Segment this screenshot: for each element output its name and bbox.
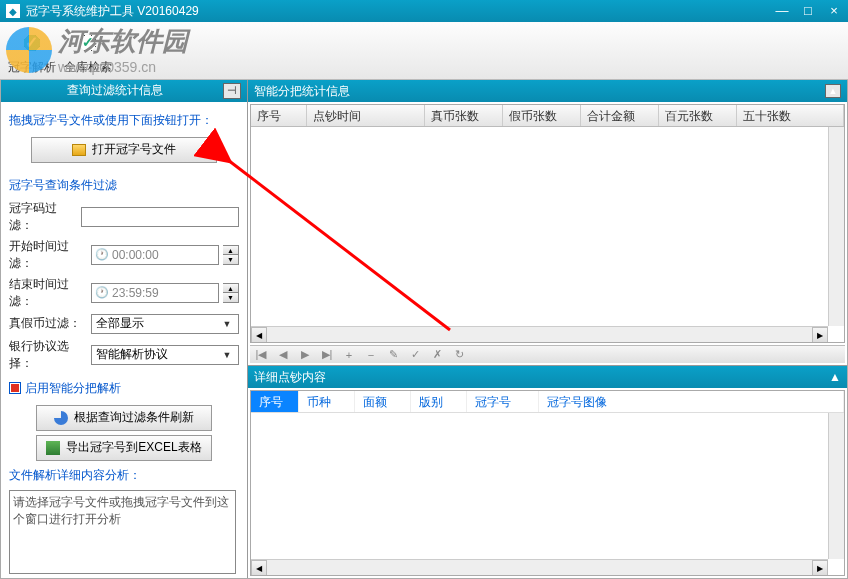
toolbar-search-button[interactable]: 全库检索 xyxy=(60,29,116,79)
end-time-spinner[interactable]: ▲▼ xyxy=(223,283,239,303)
close-button[interactable]: × xyxy=(826,4,842,18)
window-title: 冠字号系统维护工具 V20160429 xyxy=(26,3,774,20)
left-panel-header: 查询过滤统计信息 ⊣ xyxy=(1,80,247,102)
detail-panel: 详细点钞内容 ▲ 序号 币种 面额 版别 冠字号 冠字号图像 ◀ ▶ xyxy=(248,366,847,578)
folder-open-icon xyxy=(72,144,86,156)
toolbar-parse-button[interactable]: 冠字解析 xyxy=(4,29,60,79)
refresh-button[interactable]: 根据查询过滤条件刷新 xyxy=(36,405,212,431)
nav-prev[interactable]: ◀ xyxy=(272,348,294,361)
start-time-input[interactable]: 🕐00:00:00 xyxy=(91,245,219,265)
code-filter-label: 冠字码过滤： xyxy=(9,200,77,234)
scroll-right-button[interactable]: ▶ xyxy=(812,327,828,343)
detail-textarea[interactable] xyxy=(9,490,236,574)
record-navigator: |◀ ◀ ▶ ▶| + − ✎ ✓ ✗ ↻ xyxy=(250,345,845,363)
scroll-left-button[interactable]: ◀ xyxy=(251,560,267,576)
open-file-button[interactable]: 打开冠字号文件 xyxy=(31,137,217,163)
nav-ok[interactable]: ✓ xyxy=(404,348,426,361)
toolbar-parse-label: 冠字解析 xyxy=(4,59,60,76)
stats-grid[interactable]: 序号 点钞时间 真币张数 假币张数 合计金额 百元张数 五十张数 ◀ ▶ xyxy=(250,104,845,343)
drag-hint: 拖拽冠字号文件或使用下面按钮打开： xyxy=(9,112,239,129)
stats-grid-header: 序号 点钞时间 真币张数 假币张数 合计金额 百元张数 五十张数 xyxy=(251,105,844,127)
horizontal-scrollbar[interactable]: ◀ ▶ xyxy=(251,559,828,575)
bank-protocol-select[interactable]: 智能解析协议 ▼ xyxy=(91,345,239,365)
toolbar-search-label: 全库检索 xyxy=(60,59,116,76)
left-panel: 查询过滤统计信息 ⊣ 拖拽冠字号文件或使用下面按钮打开： 打开冠字号文件 冠字号… xyxy=(1,80,248,578)
vertical-scrollbar[interactable] xyxy=(828,127,844,326)
minimize-button[interactable]: — xyxy=(774,4,790,18)
dcol-version[interactable]: 版别 xyxy=(411,391,467,412)
real-filter-select[interactable]: 全部显示 ▼ xyxy=(91,314,239,334)
clock-icon: 🕐 xyxy=(95,286,109,299)
detail-section-title: 文件解析详细内容分析： xyxy=(9,467,239,484)
detail-grid[interactable]: 序号 币种 面额 版别 冠字号 冠字号图像 ◀ ▶ xyxy=(250,390,845,576)
search-icon xyxy=(74,29,102,57)
collapse-button[interactable]: ▲ xyxy=(829,370,841,384)
real-filter-label: 真假币过滤： xyxy=(9,315,87,332)
maximize-button[interactable]: □ xyxy=(800,4,816,18)
export-label: 导出冠字号到EXCEL表格 xyxy=(66,439,201,456)
nav-edit[interactable]: ✎ xyxy=(382,348,404,361)
left-panel-title: 查询过滤统计信息 xyxy=(7,82,223,99)
scroll-right-button[interactable]: ▶ xyxy=(812,560,828,576)
nav-del[interactable]: − xyxy=(360,349,382,361)
end-time-label: 结束时间过滤： xyxy=(9,276,87,310)
dcol-denom[interactable]: 面额 xyxy=(355,391,411,412)
col-fake[interactable]: 假币张数 xyxy=(503,105,581,126)
nav-refresh[interactable]: ↻ xyxy=(448,348,470,361)
refresh-icon xyxy=(54,411,68,425)
stats-panel-header: 智能分把统计信息 ▲ xyxy=(248,80,847,102)
chevron-down-icon: ▼ xyxy=(220,319,234,329)
start-time-spinner[interactable]: ▲▼ xyxy=(223,245,239,265)
dcol-image[interactable]: 冠字号图像 xyxy=(539,391,844,412)
open-file-label: 打开冠字号文件 xyxy=(92,141,176,158)
chevron-down-icon: ▼ xyxy=(220,350,234,360)
nav-cancel[interactable]: ✗ xyxy=(426,348,448,361)
scroll-left-button[interactable]: ◀ xyxy=(251,327,267,343)
col-fifty[interactable]: 五十张数 xyxy=(737,105,844,126)
export-excel-button[interactable]: 导出冠字号到EXCEL表格 xyxy=(36,435,212,461)
nav-last[interactable]: ▶| xyxy=(316,348,338,361)
dcol-currency[interactable]: 币种 xyxy=(299,391,355,412)
nav-next[interactable]: ▶ xyxy=(294,348,316,361)
stats-panel: 智能分把统计信息 ▲ 序号 点钞时间 真币张数 假币张数 合计金额 百元张数 五… xyxy=(248,80,847,366)
horizontal-scrollbar[interactable]: ◀ ▶ xyxy=(251,326,828,342)
bank-protocol-label: 银行协议选择： xyxy=(9,338,87,372)
end-time-input[interactable]: 🕐23:59:59 xyxy=(91,283,219,303)
filter-section-title: 冠字号查询条件过滤 xyxy=(9,177,239,194)
col-time[interactable]: 点钞时间 xyxy=(307,105,425,126)
excel-icon xyxy=(46,441,60,455)
nav-add[interactable]: + xyxy=(338,349,360,361)
pin-button[interactable]: ⊣ xyxy=(223,83,241,99)
refresh-label: 根据查询过滤条件刷新 xyxy=(74,409,194,426)
window-title-bar: ◆ 冠字号系统维护工具 V20160429 — □ × xyxy=(0,0,848,22)
vertical-scrollbar[interactable] xyxy=(828,413,844,559)
detail-panel-title: 详细点钞内容 xyxy=(254,369,326,386)
nav-first[interactable]: |◀ xyxy=(250,348,272,361)
col-total[interactable]: 合计金额 xyxy=(581,105,659,126)
stats-panel-title: 智能分把统计信息 xyxy=(254,83,350,100)
clock-icon: 🕐 xyxy=(95,248,109,261)
detail-grid-header: 序号 币种 面额 版别 冠字号 冠字号图像 xyxy=(251,391,844,413)
detail-panel-header: 详细点钞内容 ▲ xyxy=(248,366,847,388)
col-real[interactable]: 真币张数 xyxy=(425,105,503,126)
dcol-index[interactable]: 序号 xyxy=(251,391,299,412)
dcol-serial[interactable]: 冠字号 xyxy=(467,391,539,412)
parse-icon xyxy=(18,29,46,57)
smart-parse-label: 启用智能分把解析 xyxy=(25,380,121,397)
collapse-button[interactable]: ▲ xyxy=(825,84,841,98)
col-index[interactable]: 序号 xyxy=(251,105,307,126)
code-filter-input[interactable] xyxy=(81,207,239,227)
main-toolbar: 冠字解析 全库检索 xyxy=(0,22,848,80)
smart-parse-checkbox[interactable]: 启用智能分把解析 xyxy=(9,380,239,397)
app-icon: ◆ xyxy=(6,4,20,18)
start-time-label: 开始时间过滤： xyxy=(9,238,87,272)
col-hundred[interactable]: 百元张数 xyxy=(659,105,737,126)
checkbox-icon xyxy=(9,382,21,394)
